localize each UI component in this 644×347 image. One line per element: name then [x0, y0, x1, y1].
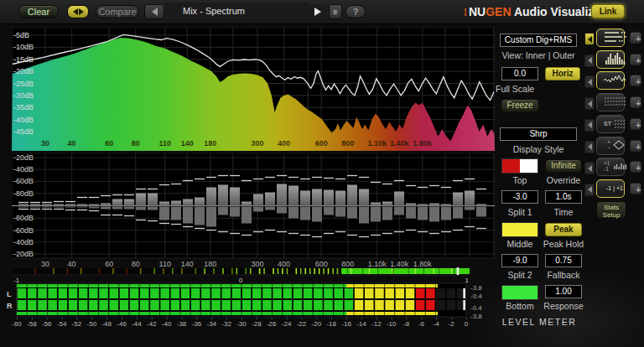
meter-scale-label: -56 [42, 320, 52, 328]
spectrum-x-label: 30 [41, 139, 49, 148]
meter-readout: -0.4 [470, 304, 482, 312]
link-button[interactable]: Link [591, 4, 625, 18]
meter-scale-label: -58 [27, 320, 37, 328]
bottom-color-swatch[interactable] [501, 285, 538, 300]
spectrum-x-label: 300 [251, 139, 263, 148]
response-value[interactable]: 1.00 [545, 285, 582, 298]
full-scale-label: Full Scale [496, 84, 546, 94]
logo-gen: GEN [486, 5, 511, 18]
correlation-view-expand-arrow[interactable] [584, 184, 595, 196]
meter-lines-view[interactable] [596, 28, 625, 47]
spectrogram-view-expand-arrow[interactable] [584, 97, 595, 110]
stereo-spectrogram-view-expand-arrow[interactable] [584, 119, 595, 132]
diff-y-label: -40dB [13, 238, 34, 246]
vectorscope-view-add-button[interactable]: + [630, 140, 641, 152]
clear-button[interactable]: Clear [18, 5, 59, 18]
split2-label: Split 2 [501, 270, 538, 280]
band-correlation-view[interactable]: +1-1 [596, 158, 625, 176]
diff-y-label: -80dB [13, 189, 34, 198]
horiz-button[interactable]: Horiz [545, 67, 580, 80]
spectrum-line-view-expand-arrow[interactable] [584, 75, 595, 88]
preset-prev-button[interactable] [144, 4, 164, 19]
meter-scale-label: -36 [192, 320, 202, 328]
meter-scale-label: -34 [206, 320, 216, 328]
meter-lines-view-add-button[interactable]: + [630, 32, 641, 44]
freeze-button[interactable]: Freeze [501, 99, 539, 112]
svg-text:-1 | +1: -1 | +1 [606, 185, 623, 192]
spectrum-line-view-add-button[interactable]: + [630, 75, 641, 86]
meter-scale-label: -22 [297, 320, 307, 328]
stereo-spectrogram-view[interactable]: ST [596, 115, 625, 133]
swap-right-arrow-icon [79, 8, 84, 15]
spectrum-y-label: -35dB [13, 103, 34, 111]
stereo-spectrogram-view-add-button[interactable]: + [630, 118, 641, 130]
level-meter-section-label: LEVEL METER [493, 317, 585, 327]
channel-label: R [7, 302, 13, 310]
display-style-box[interactable]: Shrp [500, 127, 577, 141]
response-label: Response [538, 301, 589, 311]
svg-text:-1: -1 [604, 166, 609, 172]
middle-color-swatch[interactable] [501, 222, 538, 237]
band-correlation-view-row: +1-1+ [584, 158, 643, 178]
spectrum-x-label: 800 [341, 139, 354, 148]
fallback-value[interactable]: 0.75 [545, 254, 582, 267]
split2-value[interactable]: -9.0 [501, 254, 538, 267]
fallback-label: Fallback [542, 270, 585, 280]
vectorscope-view[interactable]: +− [596, 137, 625, 155]
band-correlation-view-expand-arrow[interactable] [584, 162, 595, 174]
level-meters: LR-3.8-0.4-0.4-3.8-60-58-56-54-52-50-48-… [0, 282, 503, 330]
stereo-spectrogram-view-row: ST+ [584, 115, 643, 135]
spectrogram-view[interactable] [596, 93, 625, 111]
wave-icon [602, 73, 627, 86]
time-value[interactable]: 1.0s [545, 190, 582, 204]
compare-button[interactable]: Compare [96, 5, 139, 18]
spectrum-plot: -5dB-10dB-15dB-20dB-25dB-30dB-35dB-40dB-… [12, 28, 495, 151]
spectrum-bars-view[interactable] [596, 50, 625, 69]
correlation-view[interactable]: -1 | +1 [596, 179, 625, 198]
spectrum-x-label: 1.40k [390, 139, 410, 148]
spectrum-bars-view-add-button[interactable]: + [630, 54, 641, 65]
stats-setup-button[interactable]: StatsSetup [596, 201, 626, 219]
help-button[interactable]: ? [345, 5, 366, 18]
spectrum-graph: -5dB-10dB-15dB-20dB-25dB-30dB-35dB-40dB-… [12, 28, 495, 151]
preset-display[interactable]: Mix - Spectrum [164, 3, 309, 20]
hlines-icon [602, 30, 627, 44]
meter-scale-label: -60 [12, 320, 22, 328]
swap-left-arrow-icon [73, 8, 78, 15]
spectrum-x-label: 600 [315, 139, 328, 148]
meter-scale-label: -40 [162, 320, 172, 328]
swap-compare-button[interactable] [67, 5, 89, 18]
spectrum-y-label: -40dB [13, 116, 34, 124]
meter-scale-label: -26 [267, 320, 277, 328]
view-mode-label: View: Inner | Outer [493, 50, 584, 60]
spectrum-line-view-row: + [584, 71, 643, 91]
preset-next-button[interactable] [309, 4, 327, 19]
meter-scale-label: -38 [177, 320, 187, 328]
peak-button[interactable]: Peak [545, 223, 582, 236]
vectorscope-view-expand-arrow[interactable] [584, 141, 595, 153]
correlation-view-add-button[interactable]: + [630, 183, 641, 194]
meter-scale-label: -20 [312, 320, 322, 328]
top-color-swatch[interactable] [501, 158, 538, 174]
display-style-label: Display Style [493, 144, 584, 154]
meter-scale-label: -4 [434, 320, 440, 328]
meter-lines-view-expand-arrow[interactable] [584, 33, 595, 45]
meter-scale-label: -12 [371, 320, 382, 328]
list-icon: ≡ [333, 8, 338, 17]
analysis-mode-box[interactable]: Custom Dig+RMS [500, 34, 577, 47]
infinite-button[interactable]: Infinite [545, 159, 582, 173]
spectrum-bars-view-expand-arrow[interactable] [584, 54, 595, 67]
peak-hold-label: Peak Hold [538, 239, 589, 249]
band-correlation-view-add-button[interactable]: + [630, 161, 641, 173]
app-window: Clear Compare Mix - Spectrum ≡ ? ⁞NUGEN … [0, 0, 644, 347]
full-scale-value[interactable]: 0.0 [501, 67, 538, 80]
spectrum-line-view[interactable] [596, 71, 625, 90]
meter-scale-label: -44 [132, 320, 142, 328]
scope-icon: +− [602, 138, 627, 152]
preset-list-button[interactable]: ≡ [329, 4, 342, 19]
split1-value[interactable]: -3.0 [501, 190, 538, 204]
meter-readout: -0.4 [470, 293, 482, 300]
spectrogram-view-add-button[interactable]: + [630, 96, 641, 108]
svg-text:−: − [607, 145, 610, 151]
diff-y-label: -80dB [13, 214, 34, 222]
